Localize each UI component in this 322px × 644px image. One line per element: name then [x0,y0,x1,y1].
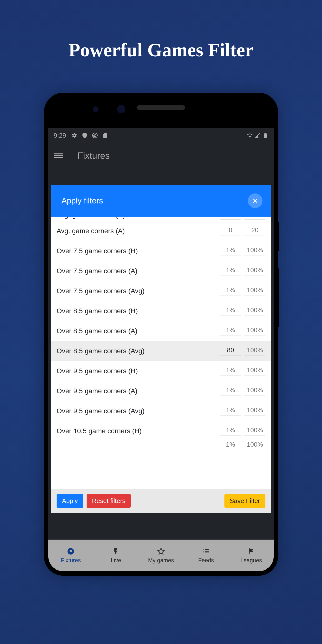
dialog-footer: Apply Reset filters Save Filter [51,489,271,513]
filter-max-input[interactable] [244,441,266,449]
promo-title: Powerful Games Filter [68,39,254,61]
phone-side-button [277,222,279,251]
close-icon [252,198,258,204]
filter-max-input[interactable] [244,305,266,316]
filter-row: Avg. game corners (H) [51,216,271,221]
filter-max-input[interactable] [244,325,266,336]
filter-row: Over 8.5 game corners (H) [51,301,271,321]
filter-list[interactable]: Avg. game corners (H)Avg. game corners (… [51,216,271,489]
filter-label: Over 8.5 game corners (H) [56,307,220,315]
filter-label: Avg. game corners (H) [56,216,220,219]
filter-label: Over 8.5 game corners (A) [56,327,220,335]
filter-row: Over 9.5 game corners (H) [51,361,271,381]
phone-speaker [136,106,186,110]
filter-label: Over 8.5 game corners (Avg) [56,347,220,355]
filter-min-input[interactable] [220,216,241,220]
phone-frame: 9:29 Fixtures FixturesLiveMy gamesFeedsL… [44,93,278,576]
filter-min-input[interactable] [220,245,241,256]
filter-row: Over 7.5 game corners (Avg) [51,281,271,301]
filter-max-input[interactable] [244,365,266,376]
reset-button[interactable]: Reset filters [86,494,131,508]
filter-row [51,441,271,449]
filter-max-input[interactable] [244,225,266,236]
filter-label: Over 7.5 game corners (H) [56,247,220,255]
filter-row: Over 8.5 game corners (Avg) [51,341,271,361]
filter-max-input[interactable] [244,405,266,416]
filter-row: Over 9.5 game corners (A) [51,381,271,401]
filter-row: Over 7.5 game corners (H) [51,241,271,261]
filter-dialog: Apply filters Avg. game corners (H)Avg. … [51,185,271,513]
filter-row: Over 7.5 game corners (A) [51,261,271,281]
phone-camera [117,105,126,113]
filter-label: Over 9.5 game corners (H) [56,367,220,375]
filter-label: Over 7.5 game corners (Avg) [56,287,220,295]
app-screen: 9:29 Fixtures FixturesLiveMy gamesFeedsL… [48,128,274,571]
filter-max-input[interactable] [244,425,266,436]
close-button[interactable] [248,194,262,208]
filter-max-input[interactable] [244,385,266,396]
phone-camera [93,106,98,112]
filter-max-input[interactable] [244,285,266,296]
filter-min-input[interactable] [220,425,241,436]
filter-label: Over 9.5 game corners (Avg) [56,407,220,415]
filter-row: Over 9.5 game corners (Avg) [51,401,271,421]
filter-label: Over 10.5 game corners (H) [56,427,220,435]
filter-min-input[interactable] [220,265,241,276]
dialog-header: Apply filters [51,185,271,216]
filter-max-input[interactable] [244,265,266,276]
filter-row: Over 10.5 game corners (H) [51,421,271,441]
filter-max-input[interactable] [244,245,266,256]
filter-min-input[interactable] [220,385,241,396]
filter-row: Over 8.5 game corners (A) [51,321,271,341]
filter-min-input[interactable] [220,225,241,236]
filter-label: Over 9.5 game corners (A) [56,387,220,395]
filter-label: Over 7.5 game corners (A) [56,267,220,275]
filter-min-input[interactable] [220,405,241,416]
apply-button[interactable]: Apply [56,494,83,508]
filter-max-input[interactable] [244,216,266,220]
filter-min-input[interactable] [220,345,241,356]
filter-min-input[interactable] [220,285,241,296]
filter-label: Avg. game corners (A) [56,227,220,235]
dialog-title: Apply filters [62,196,103,206]
filter-min-input[interactable] [220,325,241,336]
phone-side-button [277,268,279,327]
filter-max-input[interactable] [244,345,266,356]
save-filter-button[interactable]: Save Filter [224,494,266,508]
filter-min-input[interactable] [220,365,241,376]
filter-min-input[interactable] [220,441,241,449]
filter-min-input[interactable] [220,305,241,316]
filter-row: Avg. game corners (A) [51,221,271,241]
